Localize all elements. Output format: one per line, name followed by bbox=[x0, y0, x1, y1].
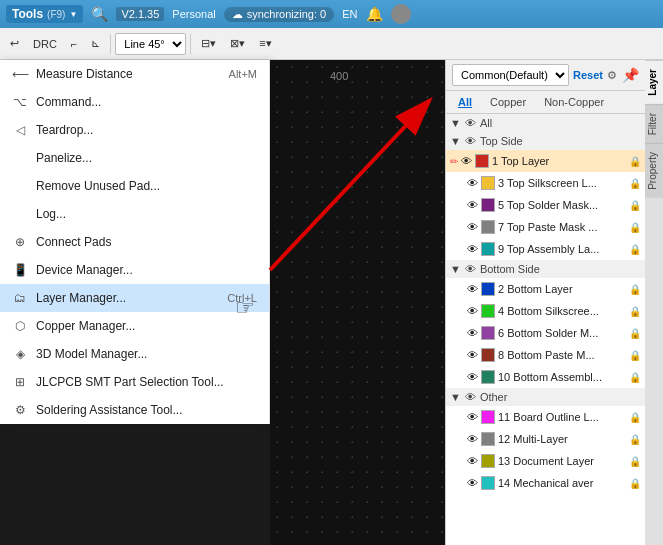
layer-5-lock[interactable]: 🔒 bbox=[629, 200, 641, 211]
layer-item-5-top-solder[interactable]: 👁 5 Top Solder Mask... 🔒 bbox=[446, 194, 645, 216]
other-group-header[interactable]: ▼ 👁 Other bbox=[446, 388, 645, 406]
layer-item-2-bottom-layer[interactable]: 👁 2 Bottom Layer 🔒 bbox=[446, 278, 645, 300]
line-select[interactable]: Line 45° bbox=[115, 33, 186, 55]
menu-item-log[interactable]: Log... bbox=[0, 200, 269, 228]
layer-6-eye-icon[interactable]: 👁 bbox=[467, 327, 478, 339]
tools-label: Tools bbox=[12, 7, 43, 21]
layer-1-eye-icon[interactable]: 👁 bbox=[461, 155, 472, 167]
top-side-eye-icon[interactable]: 👁 bbox=[465, 135, 476, 147]
bottom-side-group-header[interactable]: ▼ 👁 Bottom Side bbox=[446, 260, 645, 278]
layer-8-lock[interactable]: 🔒 bbox=[629, 350, 641, 361]
layer-7-lock[interactable]: 🔒 bbox=[629, 222, 641, 233]
menu-item-soldering[interactable]: ⚙ Soldering Assistance Tool... bbox=[0, 396, 269, 424]
tools-menu[interactable]: Tools (F9) ▼ bbox=[6, 5, 83, 23]
layer-10-eye-icon[interactable]: 👁 bbox=[467, 371, 478, 383]
back-btn[interactable]: ↩ bbox=[4, 31, 25, 57]
via-btn[interactable]: ⊾ bbox=[85, 31, 106, 57]
layer-14-name: 14 Mechanical aver bbox=[498, 477, 626, 489]
all-group-header[interactable]: ▼ 👁 All bbox=[446, 114, 645, 132]
side-tab-property[interactable]: Property bbox=[645, 143, 663, 198]
layer-item-1-top-layer[interactable]: ✏ 👁 1 Top Layer 🔒 bbox=[446, 150, 645, 172]
layer-2-lock[interactable]: 🔒 bbox=[629, 284, 641, 295]
layer-11-eye-icon[interactable]: 👁 bbox=[467, 411, 478, 423]
space-btn[interactable]: ⊠▾ bbox=[224, 31, 251, 57]
pin-icon[interactable]: 📌 bbox=[622, 67, 639, 83]
layer-12-eye-icon[interactable]: 👁 bbox=[467, 433, 478, 445]
menu-item-panelize[interactable]: Panelize... bbox=[0, 144, 269, 172]
layer-13-eye-icon[interactable]: 👁 bbox=[467, 455, 478, 467]
layer-item-13-document[interactable]: 👁 13 Document Layer 🔒 bbox=[446, 450, 645, 472]
layer-4-lock[interactable]: 🔒 bbox=[629, 306, 641, 317]
layer-6-color bbox=[481, 326, 495, 340]
menu-item-log-label: Log... bbox=[36, 207, 66, 221]
layer-2-eye-icon[interactable]: 👁 bbox=[467, 283, 478, 295]
menu-item-layer-manager[interactable]: 🗂 Layer Manager... Ctrl+L bbox=[0, 284, 269, 312]
layer-item-7-top-paste[interactable]: 👁 7 Top Paste Mask ... 🔒 bbox=[446, 216, 645, 238]
align-btn[interactable]: ⊟▾ bbox=[195, 31, 222, 57]
layer-item-6-bottom-solder[interactable]: 👁 6 Bottom Solder M... 🔒 bbox=[446, 322, 645, 344]
sep2 bbox=[190, 34, 191, 54]
layer-4-eye-icon[interactable]: 👁 bbox=[467, 305, 478, 317]
layer-item-10-bottom-assembly[interactable]: 👁 10 Bottom Assembl... 🔒 bbox=[446, 366, 645, 388]
layer-10-lock[interactable]: 🔒 bbox=[629, 372, 641, 383]
bottom-side-eye-icon[interactable]: 👁 bbox=[465, 263, 476, 275]
wire-btn[interactable]: ⌐ bbox=[65, 31, 83, 57]
reset-button[interactable]: Reset bbox=[573, 69, 603, 81]
layer-item-9-top-assembly[interactable]: 👁 9 Top Assembly La... 🔒 bbox=[446, 238, 645, 260]
top-side-group-header[interactable]: ▼ 👁 Top Side bbox=[446, 132, 645, 150]
tab-non-copper[interactable]: Non-Copper bbox=[536, 94, 612, 110]
layer-preset-select[interactable]: Common(Default) bbox=[452, 64, 569, 86]
layer-9-eye-icon[interactable]: 👁 bbox=[467, 243, 478, 255]
remove-pad-icon bbox=[12, 178, 28, 194]
layer-3-lock[interactable]: 🔒 bbox=[629, 178, 641, 189]
layer-12-lock[interactable]: 🔒 bbox=[629, 434, 641, 445]
all-group-eye-icon[interactable]: 👁 bbox=[465, 117, 476, 129]
more-btn[interactable]: ≡▾ bbox=[253, 31, 277, 57]
tab-all[interactable]: All bbox=[450, 94, 480, 110]
side-tab-filter[interactable]: Filter bbox=[645, 104, 663, 143]
all-group-label: All bbox=[480, 117, 492, 129]
bottom-side-collapse-icon: ▼ bbox=[450, 263, 461, 275]
menu-item-measure-distance[interactable]: ⟵ Measure Distance Alt+M bbox=[0, 60, 269, 88]
avatar[interactable] bbox=[391, 4, 411, 24]
other-eye-icon[interactable]: 👁 bbox=[465, 391, 476, 403]
layer-9-color bbox=[481, 242, 495, 256]
layer-7-eye-icon[interactable]: 👁 bbox=[467, 221, 478, 233]
command-icon: ⌥ bbox=[12, 94, 28, 110]
layer-item-14-mechanical[interactable]: 👁 14 Mechanical aver 🔒 bbox=[446, 472, 645, 494]
canvas-area: 400 bbox=[270, 60, 463, 545]
layer-14-lock[interactable]: 🔒 bbox=[629, 478, 641, 489]
layer-1-lock[interactable]: 🔒 bbox=[629, 156, 641, 167]
layer-11-lock[interactable]: 🔒 bbox=[629, 412, 641, 423]
lang-label: EN bbox=[342, 8, 357, 20]
side-tab-layer[interactable]: Layer bbox=[645, 60, 663, 104]
menu-item-device-manager[interactable]: 📱 Device Manager... bbox=[0, 256, 269, 284]
menu-item-teardrop[interactable]: ◁ Teardrop... bbox=[0, 116, 269, 144]
layer-7-color bbox=[481, 220, 495, 234]
layer-13-lock[interactable]: 🔒 bbox=[629, 456, 641, 467]
layer-14-eye-icon[interactable]: 👁 bbox=[467, 477, 478, 489]
layer-8-eye-icon[interactable]: 👁 bbox=[467, 349, 478, 361]
bell-icon[interactable]: 🔔 bbox=[366, 6, 383, 22]
layer-3-eye-icon[interactable]: 👁 bbox=[467, 177, 478, 189]
layer-9-lock[interactable]: 🔒 bbox=[629, 244, 641, 255]
panel-settings-icon[interactable]: ⚙ bbox=[607, 65, 618, 85]
menu-item-jlcpcb[interactable]: ⊞ JLCPCB SMT Part Selection Tool... bbox=[0, 368, 269, 396]
drc-btn[interactable]: DRC bbox=[27, 31, 63, 57]
layer-item-3-top-silk[interactable]: 👁 3 Top Silkscreen L... 🔒 bbox=[446, 172, 645, 194]
search-icon[interactable]: 🔍 bbox=[91, 6, 108, 22]
tools-dropdown-menu: ⟵ Measure Distance Alt+M ⌥ Command... ◁ … bbox=[0, 60, 270, 424]
layer-6-lock[interactable]: 🔒 bbox=[629, 328, 641, 339]
menu-item-3d-manager[interactable]: ◈ 3D Model Manager... bbox=[0, 340, 269, 368]
layer-item-8-bottom-paste[interactable]: 👁 8 Bottom Paste M... 🔒 bbox=[446, 344, 645, 366]
layer-item-4-bottom-silk[interactable]: 👁 4 Bottom Silkscree... 🔒 bbox=[446, 300, 645, 322]
tab-copper[interactable]: Copper bbox=[482, 94, 534, 110]
menu-item-connect-pads[interactable]: ⊕ Connect Pads bbox=[0, 228, 269, 256]
layers-list: ▼ 👁 All ▼ 👁 Top Side ✏ 👁 1 Top Layer 🔒 👁… bbox=[446, 114, 645, 545]
menu-item-remove-pad[interactable]: Remove Unused Pad... bbox=[0, 172, 269, 200]
layer-5-eye-icon[interactable]: 👁 bbox=[467, 199, 478, 211]
layer-item-12-multi[interactable]: 👁 12 Multi-Layer 🔒 bbox=[446, 428, 645, 450]
menu-item-copper-manager[interactable]: ⬡ Copper Manager... bbox=[0, 312, 269, 340]
layer-item-11-board-outline[interactable]: 👁 11 Board Outline L... 🔒 bbox=[446, 406, 645, 428]
menu-item-command[interactable]: ⌥ Command... bbox=[0, 88, 269, 116]
